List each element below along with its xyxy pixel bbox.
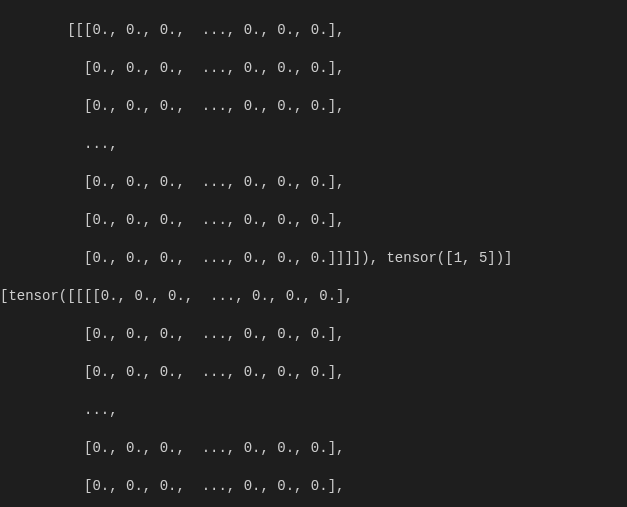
output-line: ...,	[0, 135, 627, 154]
output-line: [0., 0., 0., ..., 0., 0., 0.],	[0, 211, 627, 230]
output-line: [0., 0., 0., ..., 0., 0., 0.]]]]), tenso…	[0, 249, 627, 268]
terminal-output-area[interactable]: [[[0., 0., 0., ..., 0., 0., 0.], [0., 0.…	[0, 0, 627, 507]
output-line: [0., 0., 0., ..., 0., 0., 0.],	[0, 477, 627, 496]
output-line: [0., 0., 0., ..., 0., 0., 0.],	[0, 173, 627, 192]
output-line: [0., 0., 0., ..., 0., 0., 0.],	[0, 325, 627, 344]
output-line: ...,	[0, 401, 627, 420]
output-line: [[[0., 0., 0., ..., 0., 0., 0.],	[0, 21, 627, 40]
output-line: [0., 0., 0., ..., 0., 0., 0.],	[0, 439, 627, 458]
output-line: [0., 0., 0., ..., 0., 0., 0.],	[0, 59, 627, 78]
output-line: [tensor([[[[0., 0., 0., ..., 0., 0., 0.]…	[0, 287, 627, 306]
output-line: [0., 0., 0., ..., 0., 0., 0.],	[0, 97, 627, 116]
output-line: [0., 0., 0., ..., 0., 0., 0.],	[0, 363, 627, 382]
